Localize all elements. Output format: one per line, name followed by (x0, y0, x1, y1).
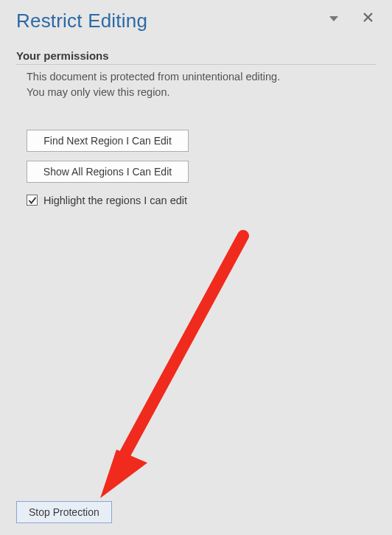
svg-marker-0 (329, 16, 338, 21)
find-next-region-button[interactable]: Find Next Region I Can Edit (27, 130, 189, 152)
stop-protection-button[interactable]: Stop Protection (16, 501, 112, 523)
pane-title: Restrict Editing (16, 9, 376, 38)
pane-header: Restrict Editing (16, 9, 376, 42)
close-pane-button[interactable] (361, 12, 374, 25)
pane-options-dropdown[interactable] (327, 12, 340, 25)
section-divider (16, 64, 376, 65)
permissions-heading: Your permissions (16, 49, 376, 62)
permissions-info-line2: You may only view this region. (27, 86, 170, 98)
restrict-editing-pane: Restrict Editing Your permissions (0, 0, 392, 535)
pane-header-controls (327, 12, 374, 25)
pane-footer: Stop Protection (16, 501, 112, 523)
svg-marker-4 (100, 450, 147, 498)
check-icon (28, 196, 37, 205)
svg-line-3 (119, 236, 243, 464)
show-all-regions-button[interactable]: Show All Regions I Can Edit (27, 161, 189, 183)
chevron-down-icon (329, 13, 338, 24)
close-icon (363, 13, 373, 24)
highlight-regions-row[interactable]: Highlight the regions I can edit (27, 195, 187, 206)
highlight-regions-label: Highlight the regions I can edit (43, 195, 187, 206)
permissions-controls: Find Next Region I Can Edit Show All Reg… (27, 130, 376, 206)
permissions-info: This document is protected from unintent… (27, 69, 365, 100)
highlight-regions-checkbox[interactable] (27, 195, 38, 206)
permissions-info-line1: This document is protected from unintent… (27, 71, 280, 83)
